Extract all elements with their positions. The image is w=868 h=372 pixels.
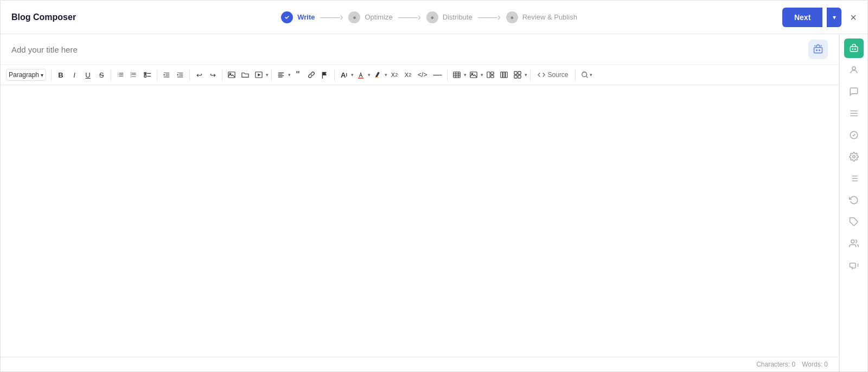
undo-button[interactable]: ↩ — [193, 68, 206, 81]
underline-button[interactable]: U — [81, 68, 94, 81]
arrow-3: ——› — [478, 11, 501, 23]
people-sidebar-icon[interactable] — [844, 234, 864, 253]
unordered-list-button[interactable] — [114, 68, 127, 81]
link-button[interactable] — [305, 68, 318, 81]
flag-button[interactable] — [318, 68, 331, 81]
template-button[interactable] — [484, 68, 497, 81]
svg-point-2 — [816, 50, 818, 51]
close-button[interactable]: × — [850, 12, 857, 23]
title-input[interactable] — [11, 45, 808, 54]
blockquote-button[interactable]: " — [291, 68, 304, 81]
redo-button[interactable]: ↪ — [206, 68, 219, 81]
media-dropdown[interactable]: ▾ — [252, 68, 269, 81]
words-count: Words: 0 — [802, 361, 828, 368]
title-area — [1, 34, 839, 65]
chat-sidebar-icon[interactable] — [844, 82, 864, 101]
italic-button[interactable]: I — [68, 68, 81, 81]
ordered-list-button[interactable] — [127, 68, 141, 81]
svg-point-34 — [854, 49, 856, 50]
step-circle-review: ● — [506, 11, 518, 23]
history-sidebar-icon[interactable] — [844, 190, 864, 210]
badge-sidebar-icon[interactable] — [844, 125, 864, 145]
ai-compose-icon[interactable] — [844, 39, 864, 58]
chevron-down-icon: ▾ — [833, 14, 836, 21]
find-dropdown-arrow: ▾ — [590, 72, 592, 78]
step-distribute[interactable]: ● Distribute — [426, 11, 473, 23]
step-circle-write — [281, 11, 293, 23]
ai-icon[interactable] — [808, 40, 828, 59]
font-color-dropdown[interactable]: ▾ — [354, 68, 371, 81]
svg-rect-30 — [518, 75, 521, 78]
font-size-dropdown[interactable]: AI ▾ — [337, 68, 354, 81]
sep-6 — [271, 69, 272, 80]
svg-rect-13 — [375, 77, 379, 78]
sep-2 — [111, 69, 111, 80]
align-button[interactable] — [275, 68, 288, 81]
image-inline-button[interactable] — [467, 68, 480, 81]
step-write[interactable]: Write — [281, 11, 315, 23]
svg-rect-24 — [501, 72, 503, 78]
column-layout-button[interactable] — [497, 68, 510, 81]
superscript-button[interactable]: X2 — [401, 68, 414, 81]
table-button[interactable] — [450, 68, 463, 81]
settings-sidebar-icon[interactable] — [844, 147, 864, 166]
svg-rect-29 — [514, 75, 517, 78]
source-label: Source — [547, 71, 568, 79]
image-inline-dropdown[interactable]: ▾ — [467, 68, 483, 81]
hr-button[interactable]: — — [430, 68, 444, 81]
find-button[interactable]: ▾ — [578, 69, 595, 80]
svg-rect-1 — [814, 48, 822, 53]
app-container: Blog Composer Write ——› ● Optimize ——› ●… — [0, 0, 868, 372]
svg-rect-14 — [454, 72, 460, 78]
table-dropdown[interactable]: ▾ — [450, 68, 467, 81]
list2-sidebar-icon[interactable] — [844, 169, 864, 188]
svg-rect-25 — [503, 72, 506, 78]
indent-increase-button[interactable] — [174, 68, 187, 81]
announce-sidebar-icon[interactable] — [844, 255, 864, 275]
next-dropdown-button[interactable]: ▾ — [827, 8, 841, 27]
align-dropdown[interactable]: ▾ — [275, 68, 291, 81]
svg-rect-5 — [144, 75, 146, 78]
editor-footer: Characters: 0 Words: 0 — [1, 357, 839, 371]
sep-4 — [189, 69, 190, 80]
svg-rect-28 — [518, 72, 521, 74]
svg-point-31 — [582, 72, 587, 77]
step-review[interactable]: ● Review & Publish — [506, 11, 577, 23]
paragraph-select[interactable]: Paragraph ▾ — [6, 69, 46, 81]
characters-count: Characters: 0 — [756, 361, 795, 368]
step-label-review: Review & Publish — [522, 13, 577, 21]
stepper: Write ——› ● Optimize ——› ● Distribute ——… — [281, 11, 577, 23]
list-sidebar-icon[interactable] — [844, 104, 864, 123]
tag-sidebar-icon[interactable] — [844, 212, 864, 232]
svg-rect-22 — [491, 72, 494, 74]
font-color-button[interactable] — [354, 68, 367, 81]
next-button[interactable]: Next — [782, 8, 822, 27]
highlight-dropdown[interactable]: ▾ — [371, 68, 387, 81]
font-size-button[interactable]: AI — [337, 68, 350, 81]
image-button[interactable] — [225, 68, 238, 81]
svg-rect-23 — [491, 75, 494, 78]
svg-rect-21 — [487, 72, 490, 78]
bold-button[interactable]: B — [54, 68, 67, 81]
svg-point-40 — [852, 156, 855, 158]
strikethrough-button[interactable]: S — [95, 68, 108, 81]
svg-point-33 — [852, 49, 853, 50]
media-button[interactable] — [252, 68, 265, 81]
header: Blog Composer Write ——› ● Optimize ——› ●… — [1, 1, 867, 34]
code-button[interactable]: </> — [415, 68, 430, 81]
step-optimize[interactable]: ● Optimize — [348, 11, 392, 23]
user-sidebar-icon[interactable] — [844, 60, 864, 80]
svg-rect-32 — [850, 47, 858, 52]
sep-10 — [575, 69, 576, 80]
widget-button[interactable] — [511, 68, 524, 81]
editor-body[interactable] — [1, 85, 839, 357]
subscript-button[interactable]: X2 — [388, 68, 401, 81]
indent-decrease-button[interactable] — [160, 68, 173, 81]
highlight-button[interactable] — [371, 68, 384, 81]
step-label-optimize: Optimize — [365, 13, 392, 21]
source-button[interactable]: Source — [533, 69, 572, 80]
svg-point-35 — [852, 67, 856, 70]
checklist-button[interactable] — [141, 68, 154, 81]
folder-button[interactable] — [239, 68, 252, 81]
widget-dropdown[interactable]: ▾ — [511, 68, 527, 81]
